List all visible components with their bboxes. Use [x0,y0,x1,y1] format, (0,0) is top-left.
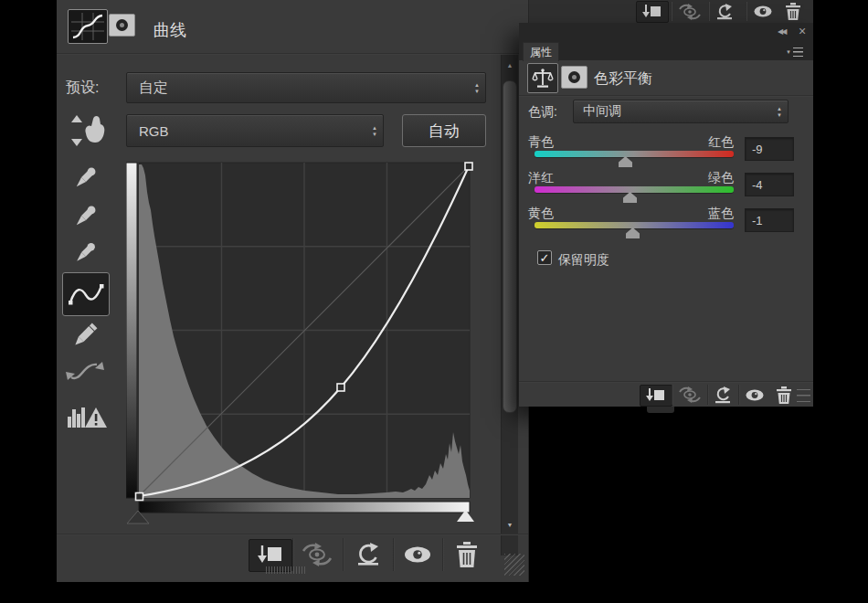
cyan-red-value[interactable]: -9 [745,137,794,161]
panel-resize-grip[interactable] [504,554,524,576]
trash-icon [454,542,480,567]
delete-button[interactable] [771,385,797,405]
preset-value: 自定 [127,79,469,98]
magenta-green-value[interactable]: -4 [745,173,794,196]
tone-dropdown[interactable]: 中间调 ▲▼ [573,100,789,123]
auto-button-label: 自动 [429,121,460,142]
toolbar-separator [393,538,395,571]
color-balance-badge [527,63,558,93]
gray-point-eyedropper[interactable] [69,200,101,233]
curve-point-midtones[interactable] [337,384,344,391]
trash-icon [784,3,802,20]
divider [57,534,528,535]
delete-button[interactable] [446,539,488,570]
cyan-red-slider[interactable] [535,151,734,157]
yellow-blue-slider[interactable] [535,222,734,228]
slider-right-label: 蓝色 [708,206,734,222]
magenta-green-slider-thumb[interactable] [623,192,637,203]
preset-dropdown[interactable]: 自定 ▲▼ [126,72,486,103]
smooth-curve-tool[interactable] [62,355,108,386]
slider-left-label: 青色 [528,134,554,151]
channel-value: RGB [127,123,366,139]
clip-to-layer-icon [257,545,284,566]
preserve-luminosity-label: 保留明度 [558,252,609,269]
panel-resize-grip[interactable] [797,389,810,402]
smooth-curve-icon [64,357,106,385]
scroll-up-arrow-icon[interactable]: ▲ [502,57,518,73]
divider [519,381,813,383]
clip-to-layer-button[interactable] [636,1,669,23]
channel-dropdown[interactable]: RGB ▲▼ [126,114,384,147]
toolbar-separator [738,385,740,405]
curves-grid-icon [71,13,104,40]
value-text: -4 [752,178,763,192]
spinner-icon: ▲▼ [366,125,383,137]
eye-arrows-icon [677,4,703,20]
yellow-blue-value[interactable]: -1 [745,208,794,232]
view-previous-state-button[interactable] [674,2,705,21]
magenta-green-slider[interactable] [535,186,734,193]
spinner-icon: ▲▼ [771,106,788,118]
divider [57,53,528,55]
reset-button[interactable] [347,539,389,570]
curves-thumbnail-button[interactable] [68,9,108,44]
yellow-blue-slider-thumb[interactable] [626,227,640,238]
panel-drag-grip[interactable] [266,566,306,574]
pencil-icon [69,319,101,352]
histogram-warning-indicator[interactable] [64,398,110,431]
view-previous-state-button[interactable] [674,385,705,405]
panel-drag-notch[interactable] [647,407,674,413]
visibility-toggle-button[interactable] [397,539,439,570]
panel-tabbar: 属性 ▼ [519,42,813,60]
edit-points-tool[interactable] [62,272,110,316]
delete-button[interactable] [780,2,806,21]
eye-icon [403,545,432,565]
tab-label: 属性 [530,45,552,60]
targeted-adjustment-hand-icon [66,111,106,150]
toolbar-separator [708,2,710,21]
scrollbar-thumb[interactable] [503,80,517,413]
panel-scrollbar[interactable]: ▲ ▼ [501,55,518,555]
close-panel-icon[interactable]: × [799,24,806,38]
curve-point-shadows[interactable] [136,493,143,501]
curves-adjustment-panel: 曲线 预设: 自定 ▲▼ RGB ▲▼ 自动 [57,0,529,582]
toolbar-separator [442,538,444,571]
eyedropper-icon [70,238,100,268]
eyedropper-icon [70,201,100,232]
reset-icon [713,386,733,404]
curve-point-highlights[interactable] [465,163,472,170]
clip-to-layer-button[interactable] [640,385,672,407]
scroll-down-arrow-icon[interactable]: ▼ [502,516,518,533]
eye-arrows-icon [300,543,334,566]
panel-titlebar: ◀◀ × [519,23,813,42]
targeted-adjustment-tool[interactable] [64,110,108,152]
histogram-warning-icon [66,400,108,429]
white-point-eyedropper[interactable] [69,238,101,269]
curves-graph[interactable] [126,155,493,532]
auto-button[interactable]: 自动 [402,114,486,147]
toolbar-separator [672,385,673,405]
collapse-panel-icon[interactable]: ◀◀ [778,27,785,36]
draw-curve-pencil-tool[interactable] [69,318,101,353]
preserve-luminosity-checkbox[interactable]: ✓ [537,250,552,265]
tab-properties[interactable]: 属性 [523,42,559,61]
panel-menu-button[interactable]: ▼ [786,48,803,57]
tone-label: 色调: [528,104,557,121]
visibility-toggle-button[interactable] [749,3,777,20]
view-previous-state-button[interactable] [296,539,338,570]
mask-circle-icon [568,71,580,83]
layer-mask-thumbnail[interactable] [109,14,135,37]
black-point-eyedropper[interactable] [69,162,101,195]
layer-mask-thumbnail[interactable] [561,66,587,89]
cyan-red-slider-thumb[interactable] [619,156,632,167]
menu-arrow-icon: ▼ [786,49,791,55]
divider [519,95,813,97]
visibility-toggle-button[interactable] [741,386,768,404]
curve-point-icon [67,279,105,310]
reset-button[interactable] [709,385,736,405]
eyedropper-icon [70,163,100,194]
adjustment-title: 色彩平衡 [594,69,652,89]
reset-button[interactable] [711,2,738,21]
properties-panel: ◀◀ × 属性 ▼ 色彩平衡 [519,23,813,407]
panel-title: 曲线 [153,19,186,41]
